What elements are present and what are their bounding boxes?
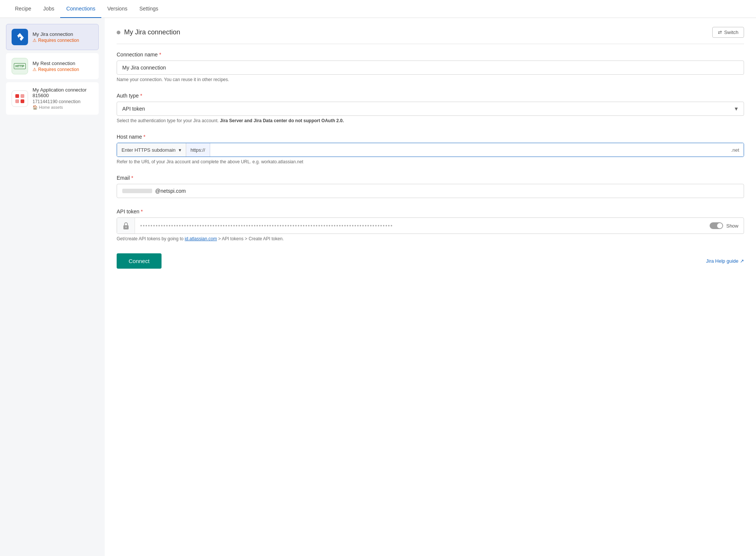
auth-type-hint: Select the authentication type for your … (117, 118, 744, 123)
main-layout: My Jira connection ⚠ Requires connection… (0, 18, 756, 556)
connection-title: My Jira connection (117, 28, 180, 36)
api-token-row: ••••••••••••••••••••••••••••••••••••••••… (117, 217, 744, 234)
jira-connection-info: My Jira connection ⚠ Requires connection (33, 31, 93, 43)
rest-icon: HTTP (12, 58, 28, 74)
svg-rect-4 (15, 99, 19, 103)
app-connection-home: 🏠 Home assets (33, 105, 93, 110)
email-section: Email * @netspi.com (117, 175, 744, 198)
auth-type-section: Auth type * API token OAuth 2.0 Basic au… (117, 93, 744, 123)
required-mark: * (159, 52, 161, 58)
api-token-hint: Get/create API tokens by going to id.atl… (117, 236, 744, 241)
content-panel: My Jira connection ⇄ Switch Connection n… (105, 18, 756, 556)
toggle-knob (717, 223, 722, 228)
email-blurred-part (122, 189, 152, 193)
rest-text-label: HTTP (14, 63, 26, 69)
hostname-row: Enter HTTPS subdomain ▾ https:// .net (117, 143, 744, 157)
jira-connection-status: ⚠ Requires connection (33, 38, 93, 43)
nav-settings[interactable]: Settings (133, 0, 165, 18)
hostname-https-label: https:// (186, 143, 210, 157)
api-token-dots: ••••••••••••••••••••••••••••••••••••••••… (135, 219, 704, 232)
external-link-icon: ↗ (740, 258, 744, 264)
auth-required-mark: * (140, 93, 142, 99)
help-link-label: Jira Help guide (706, 258, 738, 264)
connection-name-section: Connection name * Name your connection. … (117, 52, 744, 82)
api-token-show-button[interactable]: Show (726, 223, 738, 229)
rest-connection-status: ⚠ Requires connection (33, 67, 93, 72)
host-required-mark: * (144, 134, 145, 140)
lock-icon (117, 218, 135, 234)
svg-point-7 (125, 227, 126, 228)
connect-button[interactable]: Connect (117, 253, 162, 269)
app-connection-info: My Application connector 815600 17114411… (33, 87, 93, 110)
nav-versions[interactable]: Versions (101, 0, 133, 18)
hostname-prefix-dropdown[interactable]: Enter HTTPS subdomain ▾ (117, 143, 186, 157)
nav-connections[interactable]: Connections (60, 0, 101, 18)
connection-name-hint: Name your connection. You can reuse it i… (117, 77, 744, 82)
host-prefix-arrow: ▾ (179, 147, 181, 153)
status-dot (117, 31, 120, 34)
connection-item-rest[interactable]: HTTP My Rest connection ⚠ Requires conne… (6, 53, 99, 79)
connection-name-label: Connection name * (117, 52, 744, 58)
email-required-mark: * (131, 175, 133, 181)
host-prefix-label: Enter HTTPS subdomain (122, 147, 176, 153)
rest-connection-name: My Rest connection (33, 61, 93, 66)
svg-point-0 (18, 37, 19, 38)
warning-icon-rest: ⚠ (33, 67, 37, 72)
sidebar: My Jira connection ⚠ Requires connection… (0, 18, 105, 556)
svg-rect-3 (21, 94, 24, 98)
connection-item-app[interactable]: My Application connector 815600 17114411… (6, 82, 99, 115)
app-connector-icon (12, 90, 28, 107)
jira-icon (12, 29, 28, 45)
footer-row: Connect Jira Help guide ↗ (117, 253, 744, 269)
auth-type-select[interactable]: API token OAuth 2.0 Basic auth (117, 102, 744, 116)
api-token-show-area: Show (704, 222, 744, 229)
email-label: Email * (117, 175, 744, 181)
svg-rect-2 (15, 94, 19, 98)
switch-label: Switch (724, 30, 738, 35)
email-domain: @netspi.com (155, 188, 186, 194)
top-nav: Recipe Jobs Connections Versions Setting… (0, 0, 756, 18)
hostname-suffix-label: .net (726, 143, 744, 157)
warning-icon: ⚠ (33, 38, 37, 43)
switch-icon: ⇄ (718, 30, 722, 35)
rest-connection-info: My Rest connection ⚠ Requires connection (33, 61, 93, 72)
hostname-input[interactable] (210, 143, 727, 157)
api-token-section: API token * ••••••••••••••••••••••••••••… (117, 208, 744, 241)
api-token-label: API token * (117, 208, 744, 214)
host-name-hint: Refer to the URL of your Jira account an… (117, 159, 744, 164)
connection-name-input[interactable] (117, 61, 744, 75)
api-token-toggle[interactable] (710, 222, 723, 229)
host-name-section: Host name * Enter HTTPS subdomain ▾ http… (117, 134, 744, 164)
atlassian-link[interactable]: id.atlassian.com (185, 236, 217, 241)
connection-item-jira[interactable]: My Jira connection ⚠ Requires connection (6, 24, 99, 50)
switch-button[interactable]: ⇄ Switch (712, 27, 744, 38)
auth-type-label: Auth type * (117, 93, 744, 99)
jira-connection-name: My Jira connection (33, 31, 93, 37)
svg-point-1 (21, 38, 22, 40)
app-connection-sub: 1711441190 connection (33, 99, 93, 104)
nav-jobs[interactable]: Jobs (37, 0, 61, 18)
auth-type-select-wrapper: API token OAuth 2.0 Basic auth ▼ (117, 102, 744, 116)
connection-header: My Jira connection ⇄ Switch (117, 27, 744, 44)
api-required-mark: * (141, 208, 143, 214)
panel-title: My Jira connection (124, 28, 180, 36)
jira-help-link[interactable]: Jira Help guide ↗ (706, 258, 744, 264)
nav-recipe[interactable]: Recipe (9, 0, 37, 18)
app-connection-name: My Application connector 815600 (33, 87, 93, 98)
svg-rect-5 (21, 99, 24, 103)
email-field[interactable]: @netspi.com (117, 184, 744, 198)
host-name-label: Host name * (117, 134, 744, 140)
